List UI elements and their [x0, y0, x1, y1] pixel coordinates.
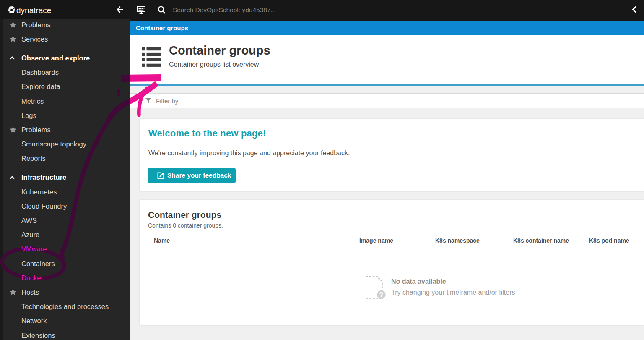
svg-text:?: ? — [379, 291, 384, 298]
